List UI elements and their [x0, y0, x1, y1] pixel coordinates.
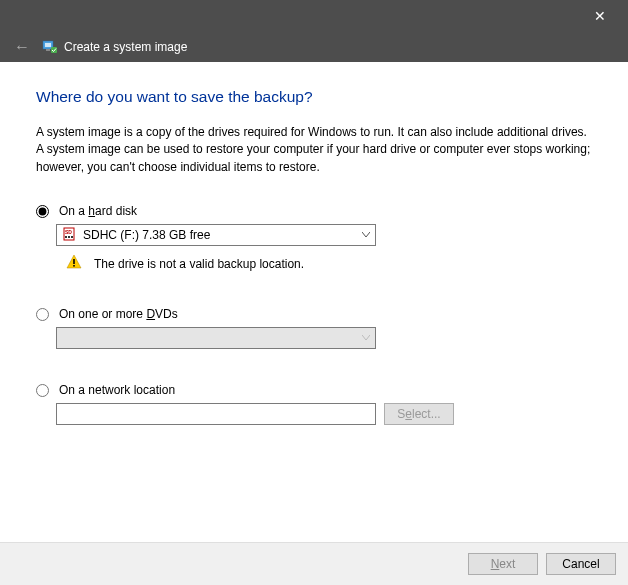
window-title: Create a system image [64, 40, 187, 54]
radio-dvds[interactable] [36, 308, 49, 321]
option-hard-disk: On a hard disk SD SDHC (F:) 7.38 GB free [36, 204, 592, 273]
hard-disk-combo-wrap: SD SDHC (F:) 7.38 GB free [56, 224, 592, 246]
wizard-content: Where do you want to save the backup? A … [0, 62, 628, 542]
svg-text:SD: SD [65, 229, 72, 235]
option-dvds: On one or more DVDs [36, 307, 592, 349]
svg-rect-7 [68, 236, 70, 238]
network-path-input[interactable] [56, 403, 376, 425]
chevron-down-icon [357, 328, 375, 348]
wizard-footer: Next Cancel [0, 542, 628, 585]
close-icon: ✕ [594, 8, 606, 24]
select-network-button[interactable]: Select... [384, 403, 454, 425]
close-button[interactable]: ✕ [580, 0, 620, 32]
dvd-combobox [56, 327, 376, 349]
label-network: On a network location [59, 383, 175, 397]
option-hard-disk-row[interactable]: On a hard disk [36, 204, 592, 218]
page-heading: Where do you want to save the backup? [36, 88, 592, 106]
warning-row: The drive is not a valid backup location… [66, 254, 592, 273]
chevron-down-icon [357, 225, 375, 245]
drive-combobox[interactable]: SD SDHC (F:) 7.38 GB free [56, 224, 376, 246]
cancel-button[interactable]: Cancel [546, 553, 616, 575]
label-hard-disk: On a hard disk [59, 204, 137, 218]
option-network: On a network location Select... [36, 383, 592, 425]
next-button[interactable]: Next [468, 553, 538, 575]
app-icon [42, 39, 58, 55]
option-network-row[interactable]: On a network location [36, 383, 592, 397]
network-input-wrap: Select... [56, 403, 592, 425]
svg-rect-8 [71, 236, 73, 238]
title-bar: ✕ [0, 0, 628, 32]
sd-card-icon: SD [63, 227, 77, 244]
warning-icon [66, 254, 82, 273]
label-dvds: On one or more DVDs [59, 307, 178, 321]
svg-rect-2 [46, 49, 50, 51]
svg-rect-9 [73, 259, 75, 264]
warning-text: The drive is not a valid backup location… [94, 257, 304, 271]
drive-selected-text: SDHC (F:) 7.38 GB free [83, 228, 357, 242]
radio-hard-disk[interactable] [36, 205, 49, 218]
wizard-header: ← Create a system image [0, 32, 628, 62]
svg-rect-10 [73, 265, 75, 267]
option-dvds-row[interactable]: On one or more DVDs [36, 307, 592, 321]
svg-rect-3 [51, 47, 57, 53]
dvds-combo-wrap [56, 327, 592, 349]
page-description: A system image is a copy of the drives r… [36, 124, 592, 176]
svg-rect-6 [65, 236, 67, 238]
svg-rect-1 [45, 43, 51, 47]
radio-network[interactable] [36, 384, 49, 397]
back-button[interactable]: ← [14, 38, 30, 56]
